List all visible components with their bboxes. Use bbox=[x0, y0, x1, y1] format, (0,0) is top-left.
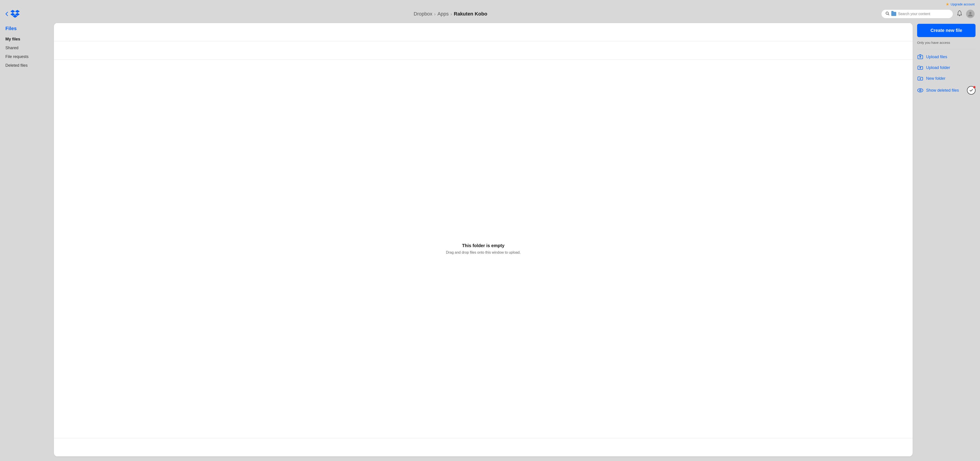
upload-files-icon bbox=[917, 54, 923, 60]
sidebar-item-label: My files bbox=[5, 37, 20, 41]
breadcrumb-part1[interactable]: Dropbox bbox=[414, 11, 432, 17]
show-deleted-icon bbox=[917, 87, 923, 94]
check-button[interactable] bbox=[967, 86, 975, 94]
file-browser: This folder is empty Drag and drop files… bbox=[54, 23, 913, 456]
sidebar-item-filerequests[interactable]: File requests bbox=[5, 54, 44, 59]
search-folder-icon bbox=[891, 12, 896, 16]
sidebar-item-myfiles[interactable]: My files bbox=[5, 37, 44, 41]
empty-folder-title: This folder is empty bbox=[462, 243, 504, 248]
new-folder-icon bbox=[917, 75, 923, 81]
access-text: Only you have access bbox=[917, 41, 975, 45]
browser-bottom-spacer bbox=[54, 438, 913, 456]
show-deleted-files-button[interactable]: Show deleted files bbox=[917, 87, 967, 94]
right-actions: Upload files Upload folder bbox=[917, 54, 975, 94]
upgrade-label: Upgrade account bbox=[951, 2, 975, 6]
upload-files-label: Upload files bbox=[926, 54, 947, 59]
empty-folder-subtitle: Drag and drop files onto this window to … bbox=[446, 250, 521, 255]
content-area: This folder is empty Drag and drop files… bbox=[49, 21, 980, 461]
breadcrumb-sep2: › bbox=[450, 11, 452, 17]
dropbox-logo bbox=[10, 10, 20, 18]
svg-marker-1 bbox=[15, 10, 20, 13]
svg-point-14 bbox=[920, 90, 921, 91]
new-folder-label: New folder bbox=[926, 76, 945, 81]
star-icon: ★ bbox=[946, 2, 949, 7]
notification-button[interactable] bbox=[957, 10, 963, 18]
search-bar[interactable]: Search your content bbox=[881, 10, 953, 18]
create-new-file-button[interactable]: Create new file bbox=[917, 24, 975, 37]
show-deleted-row: Show deleted files bbox=[917, 86, 975, 94]
breadcrumb-current: Rakuten Kobo bbox=[454, 11, 487, 17]
sidebar-item-label: File requests bbox=[5, 54, 29, 59]
svg-line-6 bbox=[888, 14, 889, 15]
upload-folder-label: Upload folder bbox=[926, 65, 950, 70]
breadcrumb-sep1: › bbox=[434, 11, 436, 17]
sidebar-item-shared[interactable]: Shared bbox=[5, 46, 44, 50]
search-icon bbox=[885, 11, 889, 16]
sidebar: Files My files Shared File requests Dele… bbox=[0, 21, 49, 461]
breadcrumb-part2[interactable]: Apps bbox=[438, 11, 449, 17]
sidebar-item-label: Shared bbox=[5, 46, 18, 50]
new-folder-button[interactable]: New folder bbox=[917, 75, 975, 81]
svg-point-7 bbox=[959, 15, 960, 16]
top-bar: ★ Upgrade account bbox=[0, 0, 980, 7]
header-center: Dropbox › Apps › Rakuten Kobo bbox=[20, 11, 881, 17]
divider-2 bbox=[54, 41, 913, 41]
right-panel: Create new file Only you have access Upl… bbox=[917, 23, 975, 456]
header-right: Search your content bbox=[881, 10, 975, 18]
svg-marker-0 bbox=[10, 10, 15, 13]
sidebar-item-deletedfiles[interactable]: Deleted files bbox=[5, 63, 44, 68]
upload-folder-icon bbox=[917, 64, 923, 71]
breadcrumb: Dropbox › Apps › Rakuten Kobo bbox=[414, 11, 487, 17]
top-divider bbox=[54, 23, 913, 23]
file-browser-empty: This folder is empty Drag and drop files… bbox=[54, 59, 913, 438]
sidebar-item-label: Deleted files bbox=[5, 63, 28, 68]
upload-folder-button[interactable]: Upload folder bbox=[917, 64, 975, 71]
sidebar-nav: My files Shared File requests Deleted fi… bbox=[5, 37, 44, 68]
avatar[interactable] bbox=[966, 10, 975, 18]
header-left bbox=[5, 10, 20, 18]
red-dot bbox=[973, 86, 975, 88]
chevron-left-icon bbox=[5, 12, 8, 16]
upgrade-link[interactable]: ★ Upgrade account bbox=[946, 2, 975, 7]
header: Dropbox › Apps › Rakuten Kobo Search you… bbox=[0, 7, 980, 21]
collapse-sidebar-button[interactable] bbox=[5, 12, 8, 16]
svg-point-8 bbox=[969, 12, 972, 14]
show-deleted-label: Show deleted files bbox=[926, 88, 959, 93]
sidebar-section-title: Files bbox=[5, 26, 44, 32]
main-layout: Files My files Shared File requests Dele… bbox=[0, 21, 980, 461]
upload-files-button[interactable]: Upload files bbox=[917, 54, 975, 60]
search-placeholder: Search your content bbox=[898, 12, 930, 16]
